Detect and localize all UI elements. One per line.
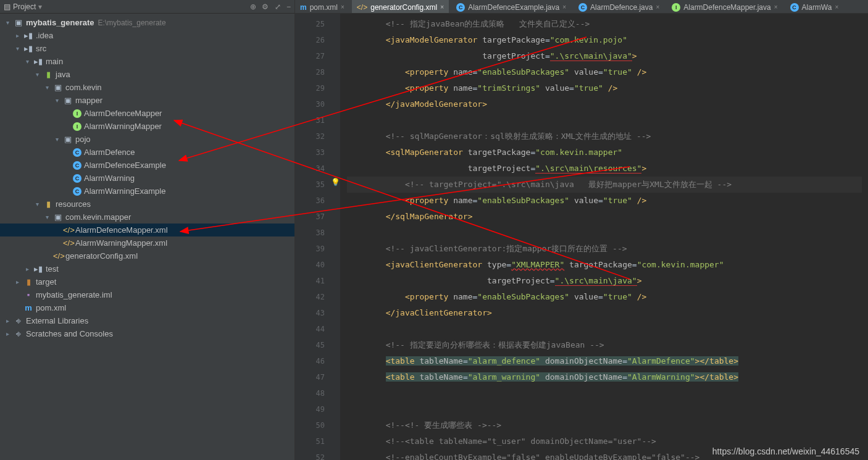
tree-item[interactable]: ▾▸▮main bbox=[0, 55, 294, 68]
expand-toggle[interactable]: ▸ bbox=[4, 330, 11, 337]
tree-item[interactable]: ▾▣com.kevin bbox=[0, 81, 294, 94]
file-tab[interactable]: CAlarmDefenceExample.java× bbox=[451, 0, 571, 14]
source-folder-icon: ▮ bbox=[43, 70, 53, 79]
tab-label: AlarmDefenceMapper.java bbox=[683, 3, 770, 12]
close-icon[interactable]: × bbox=[341, 4, 344, 10]
code-line[interactable] bbox=[347, 401, 862, 417]
close-icon[interactable]: × bbox=[562, 4, 566, 10]
tree-item[interactable]: ▸⎆Scratches and Consoles bbox=[0, 327, 294, 340]
tree-item[interactable]: ·</>AlarmWarningMapper.xml bbox=[0, 236, 294, 249]
file-tab[interactable]: mpom.xml× bbox=[295, 0, 349, 14]
expand-toggle[interactable]: ▸ bbox=[23, 266, 31, 272]
expand-toggle[interactable]: ▸ bbox=[14, 278, 21, 285]
project-tree[interactable]: ▾▣mybatis_generateE:\mybatis_generate▸▸▮… bbox=[0, 14, 294, 460]
pom-icon: m bbox=[300, 3, 307, 12]
code-line[interactable]: <!-- sqlMapGenerator：sql映射生成策略：XML文件生成的地… bbox=[347, 128, 862, 144]
tree-item[interactable]: ·IAlarmDefenceMapper bbox=[0, 107, 294, 120]
gear-icon[interactable]: ⚙ bbox=[262, 2, 269, 11]
file-tab[interactable]: CAlarmDefence.java× bbox=[574, 0, 664, 14]
tree-item[interactable]: ·▪mybatis_generate.iml bbox=[0, 288, 294, 301]
file-tab[interactable]: IAlarmDefenceMapper.java× bbox=[667, 0, 782, 14]
chevron-down-icon[interactable]: ▾ bbox=[38, 2, 42, 11]
tree-item[interactable]: ▾▣mapper bbox=[0, 94, 294, 107]
code-line[interactable]: targetProject=".\src\main\java"> bbox=[347, 48, 862, 64]
code-line[interactable]: <!-- targetProject=".\src\main\java 最好把m… bbox=[347, 177, 862, 193]
expand-toggle[interactable]: ▾ bbox=[53, 97, 61, 104]
tree-item[interactable]: ▸▸▮test bbox=[0, 262, 294, 275]
line-number: 37 bbox=[295, 209, 325, 225]
code-line[interactable] bbox=[347, 112, 862, 128]
code-line[interactable]: targetProject=".\src\main\resources"> bbox=[347, 161, 862, 177]
code-line[interactable]: <!--enableCountByExample="false" enableU… bbox=[347, 450, 862, 460]
tree-item[interactable]: ·</>AlarmDefenceMapper.xml bbox=[0, 224, 294, 236]
file-tab[interactable]: CAlarmWa× bbox=[785, 0, 844, 14]
code-line[interactable]: <table tableName="alarm_defence" domainO… bbox=[347, 353, 862, 369]
tree-item[interactable]: ▾▮java bbox=[0, 68, 294, 81]
code-line[interactable]: <property name="enableSubPackages" value… bbox=[347, 289, 862, 305]
code-line[interactable] bbox=[347, 385, 862, 401]
editor-tabs[interactable]: mpom.xml×</>generatorConfig.xml×CAlarmDe… bbox=[295, 0, 868, 14]
tree-item[interactable]: ▾▣mybatis_generateE:\mybatis_generate bbox=[0, 16, 294, 29]
code-line[interactable] bbox=[347, 225, 862, 241]
tree-item[interactable]: ▾▣pojo bbox=[0, 133, 294, 146]
tree-label: generatorConfig.xml bbox=[65, 251, 138, 261]
tree-label: AlarmWarningMapper bbox=[84, 122, 162, 131]
expand-icon[interactable]: ⤢ bbox=[275, 2, 281, 11]
tree-item[interactable]: ▾▸▮src bbox=[0, 42, 294, 55]
code-line[interactable]: <javaClientGenerator type="XMLMAPPER" ta… bbox=[347, 257, 862, 273]
tree-label: pojo bbox=[75, 135, 91, 144]
code-line[interactable]: <!-- 指定要逆向分析哪些表：根据表要创建javaBean --> bbox=[347, 337, 862, 353]
locate-icon[interactable]: ⊕ bbox=[250, 2, 256, 11]
code-line[interactable]: <property name="trimStrings" value="true… bbox=[347, 80, 862, 96]
tree-item[interactable]: ▾▮resources bbox=[0, 198, 294, 211]
expand-toggle[interactable]: ▸ bbox=[4, 317, 11, 324]
class-icon: C bbox=[73, 187, 81, 196]
tree-item[interactable]: ·CAlarmDefence bbox=[0, 146, 294, 159]
close-icon[interactable]: × bbox=[440, 4, 444, 10]
expand-toggle[interactable]: ▸ bbox=[14, 32, 21, 39]
line-number: 42 bbox=[295, 289, 325, 305]
tree-item[interactable]: ·CAlarmWarning bbox=[0, 172, 294, 185]
code-line[interactable] bbox=[347, 321, 862, 337]
tree-label: main bbox=[46, 57, 63, 66]
code-line[interactable]: targetProject=".\src\main\java"> bbox=[347, 273, 862, 289]
tree-item[interactable]: ·CAlarmWarningExample bbox=[0, 185, 294, 198]
code-editor[interactable]: <!-- 指定javaBean的生成策略 文件夹自己定义--> <javaMod… bbox=[341, 14, 868, 460]
expand-toggle[interactable]: ▾ bbox=[4, 19, 11, 26]
tree-item[interactable]: ▸⎆External Libraries bbox=[0, 314, 294, 327]
line-number: 33 bbox=[295, 144, 325, 161]
expand-toggle[interactable]: ▾ bbox=[33, 201, 41, 207]
code-line[interactable]: </javaClientGenerator> bbox=[347, 305, 862, 321]
code-line[interactable]: </javaModelGenerator> bbox=[347, 96, 862, 112]
expand-toggle[interactable]: ▾ bbox=[33, 71, 41, 78]
tree-item[interactable]: ·mpom.xml bbox=[0, 301, 294, 314]
tree-item[interactable]: ·</>generatorConfig.xml bbox=[0, 249, 294, 262]
expand-toggle[interactable]: ▾ bbox=[53, 136, 61, 143]
bulb-icon[interactable]: 💡 bbox=[331, 178, 340, 186]
tree-label: AlarmWarningMapper.xml bbox=[75, 238, 167, 248]
expand-toggle[interactable]: ▾ bbox=[43, 84, 51, 91]
code-line[interactable]: <property name="enableSubPackages" value… bbox=[347, 64, 862, 80]
code-line[interactable]: <!--<table tableName="t_user" domainObje… bbox=[347, 433, 862, 450]
code-line[interactable]: <!-- 指定javaBean的生成策略 文件夹自己定义--> bbox=[347, 16, 862, 32]
code-line[interactable]: </sqlMapGenerator> bbox=[347, 209, 862, 225]
expand-toggle[interactable]: ▾ bbox=[23, 58, 31, 65]
tree-item[interactable]: ▸▸▮.idea bbox=[0, 29, 294, 42]
code-line[interactable]: <table tableName="alarm_warning" domainO… bbox=[347, 369, 862, 385]
code-line[interactable]: <property name="enableSubPackages" value… bbox=[347, 193, 862, 209]
hide-icon[interactable]: − bbox=[286, 2, 291, 11]
expand-toggle[interactable]: ▾ bbox=[43, 214, 51, 220]
code-line[interactable]: <!-- javaClientGenerator:指定mapper接口所在的位置… bbox=[347, 241, 862, 257]
close-icon[interactable]: × bbox=[835, 4, 838, 10]
close-icon[interactable]: × bbox=[774, 4, 778, 10]
tree-item[interactable]: ·IAlarmWarningMapper bbox=[0, 120, 294, 133]
tree-item[interactable]: ▾▣com.kevin.mapper bbox=[0, 211, 294, 224]
code-line[interactable]: <!--<!- 要生成哪些表 ->--> bbox=[347, 417, 862, 433]
code-line[interactable]: <sqlMapGenerator targetPackage="com.kevi… bbox=[347, 144, 862, 161]
tree-item[interactable]: ▸▮target bbox=[0, 275, 294, 288]
expand-toggle[interactable]: ▾ bbox=[14, 45, 21, 52]
tree-item[interactable]: ·CAlarmDefenceExample bbox=[0, 159, 294, 172]
file-tab[interactable]: </>generatorConfig.xml× bbox=[352, 0, 449, 14]
code-line[interactable]: <javaModelGenerator targetPackage="com.k… bbox=[347, 32, 862, 48]
close-icon[interactable]: × bbox=[656, 4, 659, 10]
